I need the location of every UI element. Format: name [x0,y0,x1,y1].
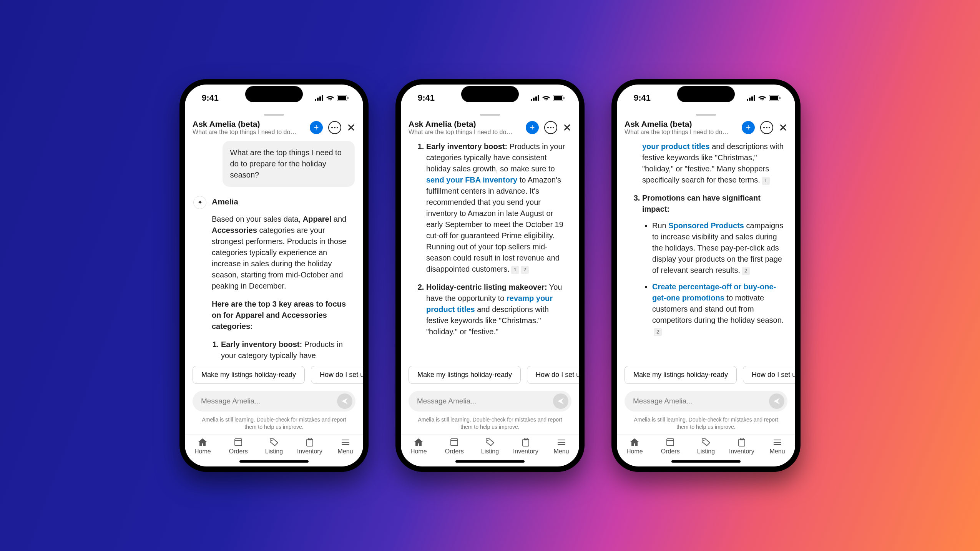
chat-header: Ask Amelia (beta) What are the top thing… [401,119,579,141]
phone-mockup-3: 9:41 Ask Amelia (beta) What are the top … [611,79,801,472]
product-titles-link[interactable]: your product titles [642,142,710,151]
send-button[interactable] [553,393,568,409]
new-chat-button[interactable]: + [742,121,755,134]
home-indicator[interactable] [671,460,741,463]
home-icon [198,438,207,446]
menu-icon [774,438,781,446]
new-chat-button[interactable]: + [310,121,323,134]
svg-point-7 [331,127,333,128]
message-input[interactable] [417,397,553,405]
assistant-avatar-icon: ✦ [193,196,206,209]
tab-home[interactable]: Home [617,438,653,455]
tab-menu[interactable]: Menu [759,438,795,455]
wifi-icon [326,95,334,101]
svg-point-9 [337,127,338,128]
tab-inventory[interactable]: Inventory [724,438,759,455]
svg-rect-23 [554,96,562,100]
wifi-icon [758,95,766,101]
more-options-button[interactable] [544,121,557,134]
citation-badge[interactable]: 2 [521,266,529,274]
tab-listing[interactable]: Listing [472,438,508,455]
suggestion-chip[interactable]: How do I set up a [527,366,579,384]
assistant-name: Amelia [212,196,355,207]
disclaimer-text: Amelia is still learning. Double-check f… [185,414,363,435]
citation-badge[interactable]: 2 [654,328,662,336]
citation-badge[interactable]: 1 [762,177,770,185]
close-button[interactable]: ✕ [779,121,787,134]
suggestion-chips: Make my listings holiday-ready How do I … [185,362,363,388]
tab-orders[interactable]: Orders [437,438,472,455]
orders-icon [450,438,458,446]
svg-rect-24 [563,97,565,99]
send-button[interactable] [337,393,352,409]
battery-icon [337,95,349,101]
tab-bar: Home Orders Listing Inventory Menu [185,435,363,460]
suggestion-chips: Make my listings holiday-ready How do I … [617,362,795,388]
svg-point-48 [703,440,704,441]
assistant-message: Amelia Based on your sales data, Apparel… [212,196,355,362]
tab-home[interactable]: Home [401,438,437,455]
svg-rect-38 [751,96,753,101]
list-item: Promotions can have significant impact: … [642,193,787,337]
citation-badge[interactable]: 1 [511,266,519,274]
chat-subtitle: What are the top things I need to do… [193,129,310,136]
status-time: 9:41 [418,93,435,103]
status-indicators [315,95,349,101]
tab-listing[interactable]: Listing [688,438,724,455]
drag-handle[interactable] [264,114,284,116]
tab-home[interactable]: Home [185,438,221,455]
svg-rect-36 [747,99,748,101]
close-button[interactable]: ✕ [563,121,571,134]
send-button[interactable] [769,393,784,409]
home-indicator[interactable] [239,460,309,463]
new-chat-button[interactable]: + [526,121,539,134]
tab-bar: Home Orders Listing Inventory Menu [617,435,795,460]
message-input[interactable] [633,397,769,405]
close-button[interactable]: ✕ [347,121,355,134]
svg-rect-3 [322,95,323,101]
message-input[interactable] [201,397,337,405]
tab-inventory[interactable]: Inventory [508,438,543,455]
tab-orders[interactable]: Orders [221,438,256,455]
tab-listing[interactable]: Listing [256,438,292,455]
status-indicators [747,95,781,101]
svg-rect-10 [235,439,242,446]
suggestion-chip[interactable]: How do I set up a [311,366,363,384]
suggestion-chip[interactable]: Make my listings holiday-ready [409,366,521,384]
tab-orders[interactable]: Orders [653,438,688,455]
battery-icon [553,95,565,101]
cellular-icon [747,95,755,101]
phone-mockup-2: 9:41 Ask Amelia (beta) What are the top … [395,79,585,472]
chat-content[interactable]: What are the top things I need to do to … [185,141,363,362]
home-icon [630,438,639,446]
drag-handle[interactable] [696,114,716,116]
suggestion-chip[interactable]: Make my listings holiday-ready [625,366,737,384]
home-icon [414,438,423,446]
svg-rect-2 [319,96,321,101]
list-item: Run Sponsored Products campaigns to incr… [652,220,787,276]
tag-icon [270,438,278,446]
tab-menu[interactable]: Menu [543,438,579,455]
tab-menu[interactable]: Menu [327,438,363,455]
suggestion-chip[interactable]: How do I set up a [743,366,795,384]
svg-point-44 [766,127,767,128]
fba-inventory-link[interactable]: send your FBA inventory [426,176,517,184]
chat-header: Ask Amelia (beta) What are the top thing… [185,119,363,141]
section-heading: Here are the top 3 key areas to focus on… [212,299,355,332]
tab-inventory[interactable]: Inventory [292,438,327,455]
phone-notch [461,86,519,102]
citation-badge[interactable]: 2 [742,267,750,275]
chat-content[interactable]: your product titles and descriptions wit… [617,141,795,362]
drag-handle[interactable] [480,114,500,116]
chat-content[interactable]: Early inventory boost: Products in your … [401,141,579,362]
more-options-button[interactable] [760,121,773,134]
sponsored-products-link[interactable]: Sponsored Products [668,221,744,230]
svg-rect-0 [315,99,316,101]
more-options-button[interactable] [328,121,341,134]
home-indicator[interactable] [455,460,525,463]
svg-point-12 [271,440,272,441]
suggestion-chip[interactable]: Make my listings holiday-ready [193,366,305,384]
list-item: Early inventory boost: Products in your … [426,141,571,275]
chat-header: Ask Amelia (beta) What are the top thing… [617,119,795,141]
svg-rect-1 [317,98,319,101]
